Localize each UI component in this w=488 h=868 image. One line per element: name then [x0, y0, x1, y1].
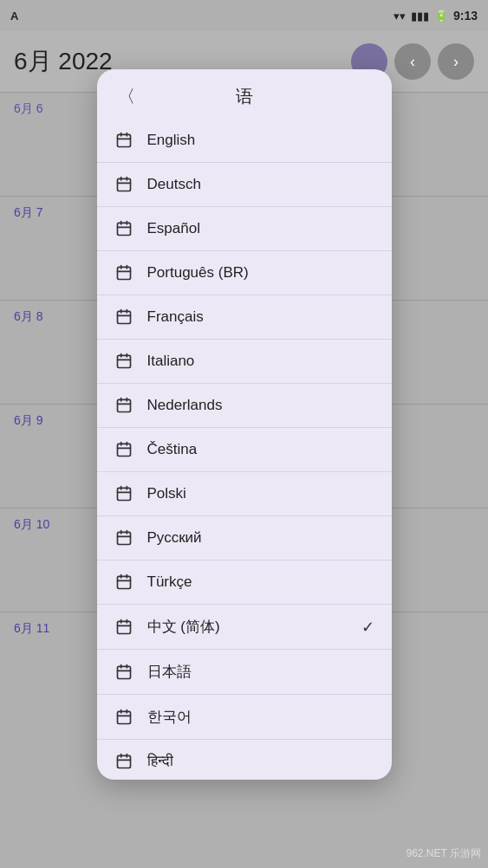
calendar-icon	[114, 131, 133, 150]
modal-header: 〈 语	[97, 69, 392, 119]
language-name: English	[147, 132, 374, 149]
language-name: Italiano	[147, 353, 374, 370]
svg-rect-4	[117, 178, 130, 191]
language-item[interactable]: 한국어	[97, 695, 392, 740]
calendar-icon	[114, 663, 133, 682]
calendar-icon	[114, 618, 133, 637]
calendar-icon	[114, 440, 133, 459]
language-item[interactable]: 中文 (简体)✓	[97, 605, 392, 650]
language-name: Português (BR)	[147, 264, 374, 282]
language-item[interactable]: Español	[97, 207, 392, 251]
modal-title: 语	[236, 85, 253, 108]
calendar-icon	[114, 396, 133, 415]
language-name: Русский	[147, 529, 374, 547]
language-item[interactable]: हिन्दी	[97, 740, 392, 780]
language-name: Nederlands	[147, 397, 374, 414]
language-name: Español	[147, 220, 374, 237]
svg-rect-20	[117, 355, 130, 367]
language-name: Čeština	[147, 441, 374, 458]
language-name: हिन्दी	[147, 753, 374, 770]
language-item[interactable]: Türkçe	[97, 560, 392, 605]
language-name: 한국어	[147, 707, 374, 727]
svg-rect-32	[117, 488, 130, 500]
svg-rect-0	[117, 134, 130, 146]
language-item[interactable]: Italiano	[97, 340, 392, 384]
calendar-icon	[114, 573, 133, 592]
svg-rect-28	[117, 444, 130, 456]
language-list: English Deutsch Español Português (BR) F…	[97, 119, 392, 780]
svg-rect-44	[117, 621, 130, 633]
svg-rect-48	[117, 666, 130, 678]
language-name: Deutsch	[147, 176, 374, 193]
language-item[interactable]: Deutsch	[97, 163, 392, 207]
svg-rect-40	[117, 576, 130, 588]
svg-rect-56	[117, 755, 130, 768]
modal-back-button[interactable]: 〈	[111, 81, 142, 112]
calendar-icon	[114, 263, 133, 282]
modal-overlay: 〈 语 English Deutsch Español Portuguê	[0, 0, 488, 868]
language-item[interactable]: 日本語	[97, 650, 392, 695]
svg-rect-16	[117, 311, 130, 323]
calendar-icon	[114, 219, 133, 238]
language-item[interactable]: Русский	[97, 516, 392, 560]
language-name: Türkçe	[147, 573, 374, 591]
language-item[interactable]: Čeština	[97, 428, 392, 472]
calendar-icon	[114, 752, 133, 771]
calendar-icon	[114, 352, 133, 371]
language-name: 日本語	[147, 662, 374, 682]
language-item[interactable]: Português (BR)	[97, 251, 392, 295]
watermark: 962.NET 乐游网	[407, 846, 481, 861]
language-modal: 〈 语 English Deutsch Español Portuguê	[97, 69, 392, 780]
calendar-icon	[114, 484, 133, 503]
selected-check-icon: ✓	[361, 618, 374, 637]
svg-rect-12	[117, 267, 130, 279]
svg-rect-36	[117, 532, 130, 544]
calendar-icon	[114, 528, 133, 547]
language-item[interactable]: Français	[97, 295, 392, 340]
language-name: Polski	[147, 485, 374, 502]
language-item[interactable]: Nederlands	[97, 384, 392, 428]
svg-rect-8	[117, 223, 130, 235]
calendar-icon	[114, 308, 133, 327]
language-item[interactable]: English	[97, 119, 392, 163]
svg-rect-24	[117, 399, 130, 411]
language-name: Français	[147, 308, 374, 326]
language-name: 中文 (简体)	[147, 617, 361, 637]
calendar-icon	[114, 708, 133, 727]
calendar-icon	[114, 175, 133, 194]
language-item[interactable]: Polski	[97, 472, 392, 516]
svg-rect-52	[117, 711, 130, 723]
